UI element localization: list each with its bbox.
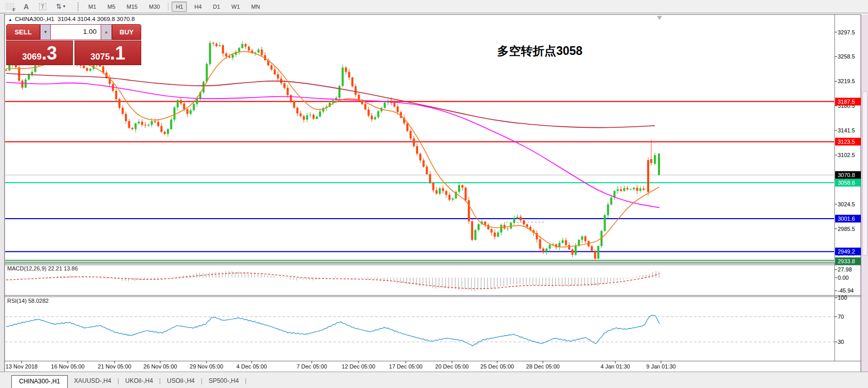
tab-separator: | — [245, 377, 247, 388]
price-tick-label: 3258.5 — [838, 53, 855, 60]
chart-tab-ukoilh4[interactable]: UKOil-,H4 — [119, 375, 159, 388]
level-price-badge: 3001.6 — [835, 215, 861, 222]
chart-tab-xauusdh4[interactable]: XAUUSD-,H4 — [68, 375, 118, 388]
symbol-timeframe: CHINA300-,H1 — [15, 16, 54, 22]
volume-decrease-button[interactable]: ▼ — [40, 24, 51, 40]
ma-fast — [6, 51, 659, 247]
date-label: 13 Nov 2018 — [6, 363, 37, 370]
date-label: 12 Dec 05:00 — [342, 363, 375, 370]
shift-marker-icon — [657, 16, 662, 20]
sell-button[interactable]: SELL — [6, 24, 40, 40]
date-label: 4 Jan 01:30 — [600, 363, 630, 370]
date-label: 7 Dec 05:00 — [296, 363, 327, 370]
volume-increase-button[interactable]: ▲ — [101, 24, 112, 40]
sell-price-box[interactable]: 3069.3 — [6, 41, 73, 65]
main-chart — [5, 41, 834, 262]
date-label: 4 Dec 05:00 — [236, 363, 267, 370]
one-click-trading-panel: SELL ▼ 1.00 ▲ BUY 3069.3 3075.1 — [6, 24, 141, 65]
volume-input[interactable]: 1.00 — [51, 24, 101, 40]
price-tick-label: 3102.5 — [838, 152, 855, 158]
buy-price-box[interactable]: 3075.1 — [74, 41, 141, 65]
rsi-tick-label: 30 — [838, 339, 844, 345]
price-tick-label: 3024.5 — [838, 201, 855, 207]
level-price-badge: 3187.5 — [835, 98, 861, 105]
price-tick-label: 2985.5 — [838, 226, 855, 232]
level-price-badge: 3058.6 — [835, 179, 861, 186]
rsi-tick-label: 100 — [838, 295, 847, 301]
ma-slow — [6, 73, 655, 128]
rsi-tick-label: 70 — [838, 314, 844, 320]
current-price-badge: 3070.8 — [835, 171, 861, 179]
date-label: 9 Jan 01:30 — [646, 363, 676, 370]
date-label: 20 Dec 05:00 — [435, 363, 468, 370]
rsi-label: RSI(14) 58.0282 — [7, 298, 49, 304]
chart-annotation-text: 多空转折点3058 — [497, 43, 582, 59]
chart-tab-china300h1[interactable]: CHINA300-,H1 — [11, 375, 68, 388]
chart-tab-bar: CHINA300-,H1XAUUSD-,H4|UKOil-,H4|USOil-,… — [0, 372, 868, 388]
chart-tab-usoilh4[interactable]: USOil-,H4 — [161, 375, 201, 388]
candles — [5, 41, 660, 261]
mt4-window: F A T ⇅ ▼ M1M5M15M30H1H4D1W1MN ▲CHINA300… — [0, 0, 868, 388]
rsi-line — [6, 315, 659, 346]
macd-zero-label: 0.00 — [838, 275, 848, 281]
level-price-badge: 2933.8 — [835, 258, 861, 265]
date-label: 17 Dec 05:00 — [389, 363, 422, 370]
date-label: 29 Nov 05:00 — [190, 363, 223, 370]
date-label: 25 Dec 05:00 — [480, 363, 514, 370]
rsi-panel — [5, 315, 834, 346]
macd-min-label: -45.94 — [838, 287, 854, 294]
date-label: 16 Nov 05:00 — [51, 363, 84, 370]
level-price-badge: 2949.2 — [835, 248, 861, 256]
level-price-badge: 3123.5 — [835, 138, 861, 146]
chart-title: ▲CHINA300-,H1 3104.4 3104.4 3069.8 3070.… — [8, 16, 135, 22]
chart-tab-sp500h4[interactable]: SP500-,H4 — [202, 375, 245, 388]
price-tick-label: 3297.5 — [838, 29, 855, 35]
ohlc-values: 3104.4 3104.4 3069.8 3070.8 — [58, 16, 135, 22]
collapse-triangle-icon[interactable]: ▲ — [8, 17, 12, 22]
macd-label: MACD(12,26,9) 22.21 13.86 — [7, 265, 78, 271]
macd-signal-line — [6, 273, 659, 289]
date-label: 26 Nov 05:00 — [143, 363, 177, 370]
price-tick-label: 3141.5 — [838, 127, 855, 133]
date-label: 21 Nov 05:00 — [98, 363, 131, 370]
macd-max-label: 27.98 — [838, 266, 852, 273]
buy-button[interactable]: BUY — [112, 24, 141, 40]
macd-panel — [6, 271, 659, 291]
price-tick-label: 3219.5 — [838, 78, 855, 84]
date-label: 28 Dec 05:00 — [526, 363, 559, 370]
